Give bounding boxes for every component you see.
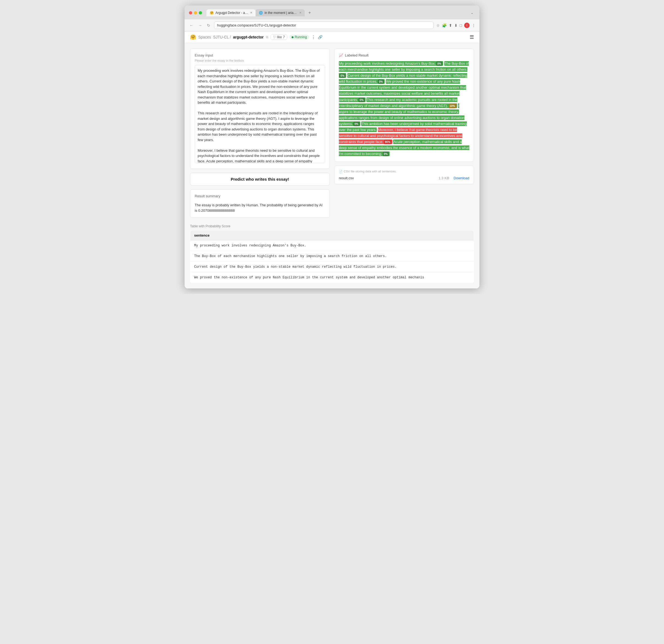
hamburger-icon[interactable]: ☰ (470, 34, 474, 40)
table-column-header: sentence (190, 231, 474, 240)
csv-download-button[interactable]: Download (454, 176, 469, 180)
score-5: 10% (449, 104, 456, 108)
csv-header-text: CSV file storing data with all sentences… (344, 170, 396, 173)
browser-window: 🤗 Argugpt Detector - a Huggins ✕ 🌐 in th… (185, 5, 479, 288)
heart-icon: ♡ (273, 35, 276, 39)
extensions-icon[interactable]: 🧩 (442, 23, 447, 27)
spaces-org: SJTU-CL / (213, 35, 231, 39)
menu-icon[interactable]: ⋮ (472, 23, 476, 27)
csv-panel-header: 📄 CSV file storing data with all sentenc… (339, 170, 469, 173)
labeled-result-panel: 📈 Labeled Result My proceeding work invo… (334, 48, 474, 162)
maximize-button[interactable] (199, 11, 202, 15)
table-cell-sentence: We proved the non-existence of any pure … (190, 272, 474, 283)
score-9: 0% (383, 152, 389, 156)
spaces-name: argugpt-detector (233, 35, 264, 39)
running-dot (292, 36, 293, 38)
csv-file-row: result.csv 1.3 KB Download (339, 176, 469, 180)
star-icon[interactable]: ☆ (436, 23, 440, 27)
csv-panel: 📄 CSV file storing data with all sentenc… (334, 166, 474, 184)
essay-input-panel: Essay input Please enter the essay in th… (190, 48, 330, 169)
reload-button[interactable]: ↻ (206, 23, 211, 28)
table-cell-sentence: My proceeding work involves redesigning … (190, 240, 474, 251)
tab-argugpt[interactable]: 🤗 Argugpt Detector - a Huggins ✕ (206, 9, 255, 16)
file-icon: 📄 (339, 170, 343, 173)
segment-1: My proceeding work involves redesigning … (339, 61, 443, 66)
copy-icon[interactable]: ⧉ (266, 35, 268, 39)
address-bar: ← → ↻ ☆ 🧩 ⬆ ⬇ □ ! ⋮ (185, 19, 479, 31)
essay-panel-title: Essay input (195, 53, 325, 57)
title-bar: 🤗 Argugpt Detector - a Huggins ✕ 🌐 in th… (185, 5, 479, 19)
csv-filename: result.csv (339, 176, 438, 180)
minimize-button[interactable] (194, 11, 197, 15)
chart-icon: 📈 (339, 53, 343, 57)
share-icon[interactable]: ⬆ (449, 23, 452, 27)
spaces-label[interactable]: Spaces (198, 35, 211, 39)
spaces-header: 🤗 Spaces SJTU-CL / argugpt-detector ⧉ ♡ … (185, 31, 479, 43)
score-6: 0% (353, 122, 359, 126)
close-button[interactable] (189, 11, 192, 15)
table-row: Current design of the Buy-Box yields a n… (190, 262, 474, 272)
tab-close-blog[interactable]: ✕ (299, 11, 302, 14)
download-icon[interactable]: ⬇ (454, 23, 458, 27)
table-row: The Buy-Box of each merchandise highligh… (190, 251, 474, 262)
result-summary-title: Result summary (195, 194, 325, 198)
tab-title-argugpt: Argugpt Detector - a Huggins (215, 11, 248, 15)
tabs-arrow[interactable]: ⌄ (469, 9, 475, 16)
traffic-lights (189, 11, 202, 15)
labeled-result-header: 📈 Labeled Result (339, 53, 469, 57)
tab-title-blog: in the moment | ariana's blog (265, 11, 297, 15)
labeled-result-text: My proceeding work involves redesigning … (339, 61, 469, 157)
table-row: We proved the non-existence of any pure … (190, 272, 474, 283)
table-cell-sentence: The Buy-Box of each merchandise highligh… (190, 251, 474, 262)
address-bar-icons: ☆ 🧩 ⬆ ⬇ □ ! ⋮ (436, 23, 476, 28)
running-badge: Running (289, 35, 309, 40)
tab-favicon-blog: 🌐 (259, 11, 263, 15)
main-content: Essay input Please enter the essay in th… (185, 43, 479, 223)
data-table: sentence My proceeding work involves red… (190, 230, 474, 283)
more-options-icon[interactable]: ⋮ (311, 35, 316, 40)
score-4: 0% (358, 98, 365, 102)
table-cell-sentence: Current design of the Buy-Box yields a n… (190, 262, 474, 272)
like-count: 7 (283, 35, 285, 39)
running-label: Running (295, 35, 307, 39)
csv-size: 1.3 KB (438, 176, 449, 180)
score-2: 0% (339, 73, 345, 78)
profile-icon[interactable]: □ (460, 23, 462, 27)
tabs-bar: 🤗 Argugpt Detector - a Huggins ✕ 🌐 in th… (206, 8, 475, 17)
score-1: 0% (436, 61, 442, 66)
result-summary-text: The essay is probably written by Human. … (195, 202, 325, 213)
essay-textarea[interactable] (195, 65, 325, 163)
table-row: My proceeding work involves redesigning … (190, 240, 474, 251)
tab-favicon-argugpt: 🤗 (210, 11, 214, 15)
table-label: Table with Probability Score (190, 223, 474, 228)
score-3: 0% (378, 80, 384, 84)
account-icon[interactable]: ! (464, 23, 470, 28)
predict-button[interactable]: Predict who writes this essay! (190, 173, 330, 186)
like-button[interactable]: ♡ like 7 (271, 35, 288, 40)
spaces-logo: 🤗 (190, 34, 196, 40)
result-summary-panel: Result summary The essay is probably wri… (190, 189, 330, 218)
like-label: like (277, 35, 282, 39)
link-icon[interactable]: 🔗 (318, 35, 323, 39)
score-8: 90% (384, 140, 392, 144)
forward-button[interactable]: → (197, 23, 203, 28)
new-tab-button[interactable]: ＋ (305, 8, 314, 17)
labeled-result-title: Labeled Result (345, 53, 369, 57)
bottom-section: Table with Probability Score sentence My… (185, 223, 479, 288)
back-button[interactable]: ← (188, 23, 194, 28)
essay-panel-subtitle: Please enter the essay in the textbox (195, 59, 325, 62)
tab-close-argugpt[interactable]: ✕ (250, 11, 252, 14)
tab-blog[interactable]: 🌐 in the moment | ariana's blog ✕ (255, 9, 305, 16)
address-input[interactable] (214, 22, 434, 29)
